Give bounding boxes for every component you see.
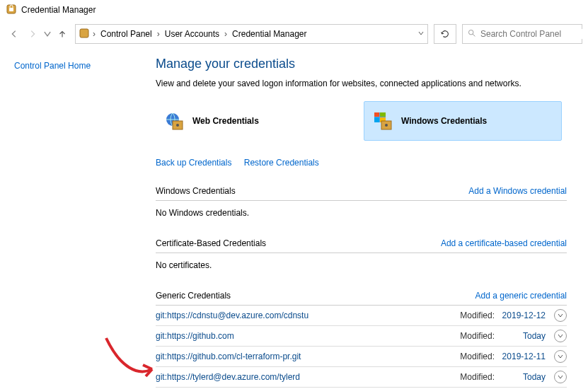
modified-value: 2019-12-11 [500, 352, 548, 361]
add-generic-credential-link[interactable]: Add a generic credential [475, 291, 567, 301]
page-heading: Manage your credentials [156, 57, 567, 71]
navigation-bar: › Control Panel › User Accounts › Creden… [0, 20, 588, 48]
add-cert-credential-link[interactable]: Add a certificate-based credential [441, 238, 567, 248]
search-icon [467, 28, 476, 40]
modified-label: Modified: [460, 372, 495, 382]
breadcrumb-item[interactable]: User Accounts [163, 28, 221, 40]
svg-line-4 [473, 34, 475, 36]
svg-point-7 [176, 124, 179, 127]
expand-button[interactable] [554, 371, 567, 383]
modified-label: Modified: [460, 310, 495, 320]
modified-value: 2019-12-12 [500, 310, 548, 320]
page-subtext: View and delete your saved logon informa… [156, 79, 567, 88]
chevron-right-icon: › [224, 29, 227, 39]
search-box[interactable] [462, 24, 582, 44]
window-title: Credential Manager [21, 5, 96, 15]
credential-row[interactable]: git:https://github.comModified:Today [156, 326, 567, 347]
credential-name: git:https://github.com [156, 331, 454, 341]
refresh-button[interactable] [434, 24, 456, 44]
section-cert-head: Certificate-Based Credentials Add a cert… [156, 234, 567, 253]
window-titlebar: Credential Manager [0, 0, 588, 20]
tab-web-credentials[interactable]: Web Credentials [156, 101, 354, 141]
modified-value: Today [500, 331, 548, 341]
svg-point-14 [385, 124, 388, 127]
restore-link[interactable]: Restore Credentials [244, 158, 319, 168]
sidebar: Control Panel Home [0, 57, 156, 388]
windows-safe-icon [371, 110, 394, 132]
credential-name: git:https://cdnstu@dev.azure.com/cdnstu [156, 310, 454, 320]
svg-rect-2 [80, 29, 88, 37]
svg-rect-9 [374, 112, 379, 117]
globe-safe-icon [163, 110, 185, 132]
breadcrumb-dropdown-icon[interactable] [417, 29, 425, 39]
add-windows-credential-link[interactable]: Add a Windows credential [468, 186, 567, 196]
svg-point-3 [468, 30, 473, 35]
tab-label: Web Credentials [192, 116, 259, 126]
section-windows-head: Windows Credentials Add a Windows creden… [156, 182, 567, 201]
modified-label: Modified: [460, 352, 495, 361]
breadcrumb-item[interactable]: Credential Manager [230, 28, 309, 40]
recent-dropdown[interactable] [42, 25, 52, 42]
expand-button[interactable] [554, 350, 567, 363]
section-title: Windows Credentials [156, 186, 236, 196]
credential-name: git:https://github.com/cl-terraform-pr.g… [156, 352, 454, 361]
svg-rect-1 [9, 8, 13, 11]
cert-empty-text: No certificates. [156, 253, 567, 286]
search-input[interactable] [480, 29, 587, 39]
expand-button[interactable] [554, 330, 567, 342]
section-title: Generic Credentials [156, 291, 231, 301]
backup-link[interactable]: Back up Credentials [156, 158, 231, 168]
breadcrumb-item[interactable]: Control Panel [98, 28, 154, 40]
forward-button[interactable] [24, 25, 41, 42]
back-button[interactable] [6, 25, 23, 42]
credential-row[interactable]: git:https://github.com/cl-terraform-pr.g… [156, 347, 567, 367]
chevron-right-icon: › [157, 29, 160, 39]
credential-name: git:https://tylerd@dev.azure.com/tylerd [156, 372, 454, 382]
svg-rect-10 [380, 112, 386, 117]
expand-button[interactable] [554, 309, 567, 322]
modified-value: Today [500, 372, 548, 382]
tab-label: Windows Credentials [401, 116, 487, 126]
section-title: Certificate-Based Credentials [156, 238, 266, 248]
sidebar-home-link[interactable]: Control Panel Home [14, 61, 91, 71]
section-generic-head: Generic Credentials Add a generic creden… [156, 286, 567, 306]
svg-rect-11 [374, 117, 379, 122]
app-icon [6, 4, 17, 17]
credential-row[interactable]: git:https://tylerd@dev.azure.com/tylerdM… [156, 367, 567, 388]
up-button[interactable] [54, 25, 71, 42]
breadcrumb[interactable]: › Control Panel › User Accounts › Creden… [75, 24, 428, 44]
chevron-right-icon: › [93, 29, 96, 39]
credential-row[interactable]: git:https://cdnstu@dev.azure.com/cdnstuM… [156, 306, 567, 326]
windows-empty-text: No Windows credentials. [156, 201, 567, 234]
tab-windows-credentials[interactable]: Windows Credentials [364, 101, 562, 141]
main-content: Manage your credentials View and delete … [156, 57, 588, 388]
location-icon [79, 28, 90, 41]
modified-label: Modified: [460, 331, 495, 341]
